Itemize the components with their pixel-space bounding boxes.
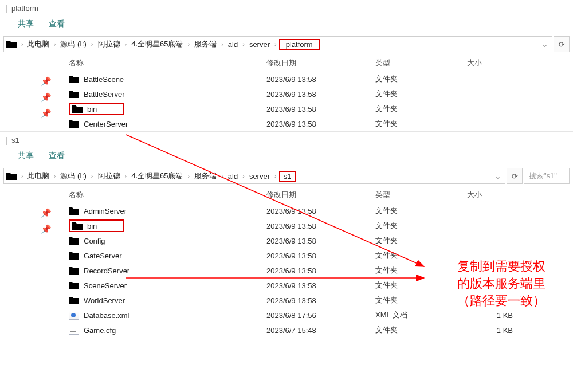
tab-view[interactable]: 查看 xyxy=(49,19,65,29)
chevron-right-icon[interactable]: › xyxy=(53,173,57,179)
pin-icon[interactable]: 📌 xyxy=(41,224,52,234)
pin-icon[interactable]: 📌 xyxy=(41,108,52,119)
file-list-area: 📌 📌 名称 修改日期 类型 大小 AdminServer2023/6/9 13… xyxy=(0,186,573,338)
chevron-right-icon[interactable]: › xyxy=(187,173,191,179)
file-type: 文件夹 xyxy=(375,280,467,291)
pin-icon[interactable]: 📌 xyxy=(41,208,52,218)
table-row[interactable]: BattleScene2023/6/9 13:58文件夹 xyxy=(57,72,573,87)
file-type: 文件夹 xyxy=(375,295,467,305)
chevron-right-icon[interactable]: › xyxy=(124,41,128,48)
col-date[interactable]: 修改日期 xyxy=(266,58,375,68)
crumb-drive[interactable]: 源码 (I:) xyxy=(58,38,89,50)
col-type[interactable]: 类型 xyxy=(375,190,467,200)
table-row[interactable]: RecordServer2023/6/9 13:58文件夹 xyxy=(57,263,573,278)
chevron-right-icon[interactable]: › xyxy=(90,173,95,179)
chevron-right-icon[interactable]: › xyxy=(20,41,25,48)
crumb-ver[interactable]: 4.全明星65底端 xyxy=(129,170,185,182)
crumb-server[interactable]: server xyxy=(247,171,272,182)
chevron-right-icon[interactable]: › xyxy=(53,41,57,48)
chevron-right-icon[interactable]: › xyxy=(241,41,246,48)
col-name[interactable]: 名称 xyxy=(69,190,266,200)
explorer-window-s1: | s1 - 共享 查看 › 此电脑› 源码 (I:)› 阿拉德› 4.全明星6… xyxy=(0,132,573,338)
table-row[interactable]: GateServer2023/6/9 13:58文件夹 xyxy=(57,248,573,263)
crumb-srv[interactable]: 服务端 xyxy=(192,38,219,50)
file-type: 文件夹 xyxy=(375,250,467,261)
table-row[interactable]: WorldServer2023/6/9 13:58文件夹 xyxy=(57,293,573,308)
file-type: 文件夹 xyxy=(375,89,467,99)
crumb-ald[interactable]: ald xyxy=(226,39,240,50)
chevron-right-icon[interactable]: › xyxy=(273,41,278,48)
crumb-alade[interactable]: 阿拉德 xyxy=(96,170,123,182)
table-row[interactable]: Config2023/6/9 13:58文件夹 xyxy=(57,233,573,248)
chevron-right-icon[interactable]: › xyxy=(220,173,225,179)
chevron-down-icon[interactable]: ⌄ xyxy=(540,40,550,49)
crumb-pc[interactable]: 此电脑 xyxy=(25,38,52,50)
address-bar-row: › 此电脑› 源码 (I:)› 阿拉德› 4.全明星65底端› 服务端› ald… xyxy=(0,166,573,186)
ribbon-tabs: - 共享 查看 xyxy=(0,148,573,166)
file-date: 2023/6/9 13:58 xyxy=(266,266,375,275)
window-title: s1 xyxy=(11,136,19,144)
crumb-ver[interactable]: 4.全明星65底端 xyxy=(129,38,185,50)
chevron-right-icon[interactable]: › xyxy=(90,41,95,48)
col-name[interactable]: 名称 xyxy=(69,58,266,68)
table-row[interactable]: Database.xml2023/6/8 17:56XML 文档1 KB xyxy=(57,308,573,323)
file-type: 文件夹 xyxy=(375,104,467,114)
breadcrumb: 此电脑› 源码 (I:)› 阿拉德› 4.全明星65底端› 服务端› ald› … xyxy=(25,38,540,50)
chevron-right-icon[interactable]: › xyxy=(241,173,246,179)
table-row[interactable]: CenterServer2023/6/9 13:58文件夹 xyxy=(57,116,573,131)
tab-share[interactable]: 共享 xyxy=(18,19,34,29)
file-type: 文件夹 xyxy=(375,325,467,335)
file-name: Database.xml xyxy=(84,311,129,320)
col-size[interactable]: 大小 xyxy=(467,58,524,68)
address-bar-row: › 此电脑› 源码 (I:)› 阿拉德› 4.全明星65底端› 服务端› ald… xyxy=(0,34,573,54)
chevron-right-icon[interactable]: › xyxy=(20,173,25,179)
crumb-srv[interactable]: 服务端 xyxy=(192,170,219,182)
table-row[interactable]: bin2023/6/9 13:58文件夹 xyxy=(57,101,573,116)
pin-icon[interactable]: 📌 xyxy=(41,76,52,87)
col-size[interactable]: 大小 xyxy=(467,190,524,200)
file-date: 2023/6/9 13:58 xyxy=(266,296,375,305)
table-row[interactable]: bin2023/6/9 13:58文件夹 xyxy=(57,218,573,233)
folder-icon xyxy=(69,119,79,128)
pin-icon[interactable]: 📌 xyxy=(41,92,52,103)
table-row[interactable]: AdminServer2023/6/9 13:58文件夹 xyxy=(57,203,573,218)
column-headers: 名称 修改日期 类型 大小 xyxy=(57,54,573,72)
tab-view[interactable]: 查看 xyxy=(49,151,65,161)
file-name: CenterServer xyxy=(84,120,128,128)
file-type: 文件夹 xyxy=(375,221,467,231)
crumb-ald[interactable]: ald xyxy=(226,171,240,182)
file-name: Game.cfg xyxy=(84,326,116,335)
address-bar[interactable]: › 此电脑› 源码 (I:)› 阿拉德› 4.全明星65底端› 服务端› ald… xyxy=(3,36,552,52)
file-date: 2023/6/7 15:48 xyxy=(266,326,375,335)
chevron-right-icon[interactable]: › xyxy=(273,173,278,179)
crumb-platform[interactable]: platform xyxy=(279,39,320,50)
col-date[interactable]: 修改日期 xyxy=(266,190,375,200)
table-row[interactable]: SceneServer2023/6/9 13:58文件夹 xyxy=(57,278,573,293)
table-row[interactable]: Game.cfg2023/6/7 15:48文件夹1 KB xyxy=(57,323,573,338)
folder-icon xyxy=(69,281,79,290)
search-input[interactable]: 搜索"s1" xyxy=(524,168,570,184)
chevron-right-icon[interactable]: › xyxy=(187,41,191,48)
chevron-down-icon[interactable]: ⌄ xyxy=(493,171,503,181)
file-date: 2023/6/9 13:58 xyxy=(266,222,375,230)
crumb-pc[interactable]: 此电脑 xyxy=(25,170,52,182)
address-bar[interactable]: › 此电脑› 源码 (I:)› 阿拉德› 4.全明星65底端› 服务端› ald… xyxy=(3,168,505,184)
refresh-button[interactable]: ⟳ xyxy=(507,168,523,184)
crumb-alade[interactable]: 阿拉德 xyxy=(96,38,123,50)
col-type[interactable]: 类型 xyxy=(375,58,467,68)
quick-access-pins: 📌 📌 📌 xyxy=(0,54,57,131)
table-row[interactable]: BattleServer2023/6/9 13:58文件夹 xyxy=(57,87,573,101)
crumb-drive[interactable]: 源码 (I:) xyxy=(58,170,89,182)
file-type: 文件夹 xyxy=(375,236,467,246)
crumb-server[interactable]: server xyxy=(247,39,272,50)
refresh-button[interactable]: ⟳ xyxy=(554,36,570,52)
tab-share[interactable]: 共享 xyxy=(18,151,34,161)
folder-icon xyxy=(69,89,79,99)
crumb-s1[interactable]: s1 xyxy=(279,171,296,182)
folder-icon xyxy=(69,236,79,245)
file-name: WorldServer xyxy=(84,296,125,305)
file-name: bin xyxy=(87,222,97,230)
file-date: 2023/6/9 13:58 xyxy=(266,252,375,260)
chevron-right-icon[interactable]: › xyxy=(220,41,225,48)
chevron-right-icon[interactable]: › xyxy=(124,173,128,179)
